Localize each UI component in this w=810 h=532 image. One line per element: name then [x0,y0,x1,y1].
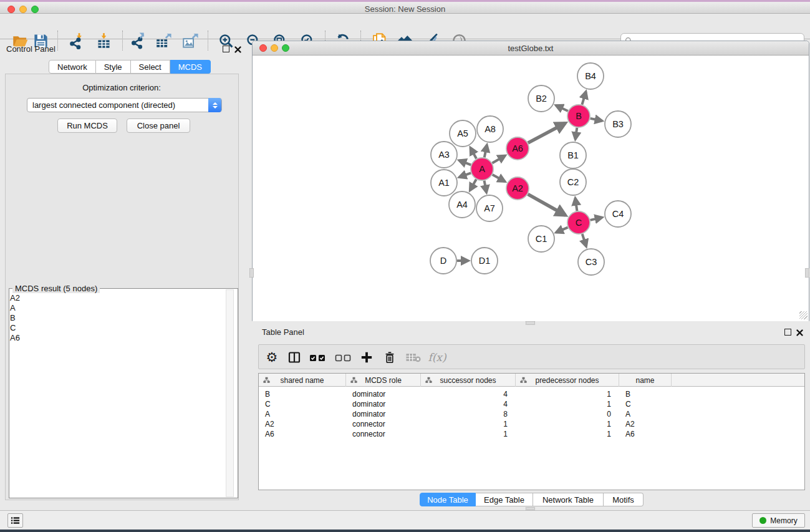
cell-successor-nodes[interactable]: 8 [421,409,516,419]
edge-C-C1[interactable] [556,228,568,233]
run-mcds-button[interactable]: Run MCDS [57,118,117,133]
edge-C-C3[interactable] [582,234,586,246]
split-columns-icon[interactable] [287,349,302,366]
graph-node-C4[interactable]: C4 [605,201,631,227]
edge-C-C4[interactable] [591,218,602,220]
tab-network[interactable]: Network [49,60,96,74]
export-network-icon[interactable] [129,31,148,50]
column-header-predecessor-nodes[interactable]: predecessor nodes [516,374,619,387]
edge-A6-B[interactable] [528,123,566,143]
graph-node-A4[interactable]: A4 [449,191,475,218]
result-item[interactable]: A2 [10,293,20,303]
close-panel-button[interactable]: Close panel [127,118,190,133]
edge-A-A6[interactable] [492,156,505,163]
edge-B-B4[interactable] [582,92,586,105]
result-item[interactable]: B [10,313,20,323]
cell-successor-nodes[interactable]: 4 [421,389,516,399]
cell-mcds-role[interactable]: dominator [346,389,421,399]
graph-node-D[interactable]: D [430,248,456,274]
table-row[interactable]: Adominator80A [259,409,804,419]
memory-button[interactable]: Memory [752,513,805,528]
cell-successor-nodes[interactable]: 1 [421,429,516,439]
cell-name[interactable]: A6 [619,429,672,439]
edge-A-A1[interactable] [459,173,471,177]
column-header-mcds-role[interactable]: MCDS role [346,374,421,387]
cell-mcds-role[interactable]: dominator [346,399,421,409]
column-header-shared-name[interactable]: shared name [259,374,346,387]
graph-node-C[interactable]: C [567,211,590,234]
edge-A-A7[interactable] [485,181,487,193]
edge-A-A5[interactable] [470,148,476,158]
import-network-icon[interactable] [67,31,85,50]
table-row[interactable]: Cdominator41C [259,399,804,409]
control-panel-close-icon[interactable] [234,45,242,53]
table-panel-float-icon[interactable] [784,329,791,336]
cell-shared-name[interactable]: C [259,399,346,409]
graph-node-B2[interactable]: B2 [528,85,554,112]
result-item[interactable]: A6 [10,333,20,343]
cell-shared-name[interactable]: B [259,389,346,399]
splitter-grip[interactable] [249,268,254,278]
edge-A2-C[interactable] [528,194,566,215]
cell-predecessor-nodes[interactable]: 1 [516,419,619,429]
result-item[interactable]: C [10,323,20,333]
control-panel-float-icon[interactable] [223,46,229,52]
export-table-icon[interactable] [154,31,173,50]
delete-table-icon[interactable] [406,349,422,366]
cell-successor-nodes[interactable]: 4 [421,399,516,409]
tab-node-table[interactable]: Node Table [420,493,476,506]
import-table-icon[interactable] [94,31,113,50]
table-row[interactable]: A6connector11A6 [259,429,804,439]
cell-shared-name[interactable]: A6 [259,429,346,439]
graph-node-A6[interactable]: A6 [506,137,529,160]
column-header-name[interactable]: name [619,374,672,387]
select-all-columns-icon[interactable] [309,349,325,366]
cell-name[interactable]: A [619,409,672,419]
table-row[interactable]: A2connector11A2 [259,419,804,429]
tab-mcds[interactable]: MCDS [170,60,211,74]
graph-node-B3[interactable]: B3 [605,111,631,137]
table-panel-close-icon[interactable] [796,328,804,336]
graph-node-B4[interactable]: B4 [577,63,604,89]
graph-node-C1[interactable]: C1 [528,226,554,252]
cell-name[interactable]: B [619,389,672,399]
function-builder-icon[interactable]: f(x) [428,349,446,366]
network-window-titlebar[interactable]: testGlobe.txt [253,41,809,56]
tab-style[interactable]: Style [96,60,131,74]
edge-A-A3[interactable] [459,160,471,165]
add-column-icon[interactable] [360,349,374,366]
select-stepper-icon[interactable] [208,98,221,112]
cell-name[interactable]: A2 [619,419,672,429]
graph-node-A3[interactable]: A3 [431,142,457,168]
table-settings-gear-icon[interactable]: ⚙ [266,349,278,366]
resize-grip-icon[interactable] [799,311,808,319]
splitter-grip[interactable] [805,268,809,278]
cell-successor-nodes[interactable]: 1 [421,419,516,429]
network-canvas[interactable]: B4B2BB3A8A5A6A3B1AA1C2A2A4A7C4CC1C3DD1 [253,56,809,321]
graph-node-A7[interactable]: A7 [476,195,503,221]
graph-node-C2[interactable]: C2 [560,169,586,195]
cell-shared-name[interactable]: A [259,409,346,419]
edge-B-B3[interactable] [591,118,602,121]
cell-name[interactable]: C [619,399,672,409]
cell-shared-name[interactable]: A2 [259,419,346,429]
tab-network-table[interactable]: Network Table [533,493,604,506]
delete-column-trash-icon[interactable] [383,349,397,366]
graph-node-A1[interactable]: A1 [431,170,457,196]
graph-node-B[interactable]: B [567,105,590,127]
cell-mcds-role[interactable]: dominator [346,409,421,419]
optimization-select[interactable]: largest connected component (directed) [27,98,222,112]
edge-B-B1[interactable] [576,128,577,139]
graph-node-C3[interactable]: C3 [578,249,604,275]
result-item[interactable]: A [10,303,20,313]
edge-A-A2[interactable] [493,175,505,181]
deselect-all-columns-icon[interactable] [335,349,351,366]
cell-predecessor-nodes[interactable]: 1 [516,389,619,399]
graph-node-A[interactable]: A [471,158,493,180]
mcds-result-scrollbar[interactable] [226,289,234,497]
cell-predecessor-nodes[interactable]: 1 [516,429,619,439]
edge-C-C2[interactable] [576,198,577,211]
graph-node-A8[interactable]: A8 [477,116,503,142]
cell-mcds-role[interactable]: connector [346,429,421,439]
cell-predecessor-nodes[interactable]: 0 [516,409,619,419]
